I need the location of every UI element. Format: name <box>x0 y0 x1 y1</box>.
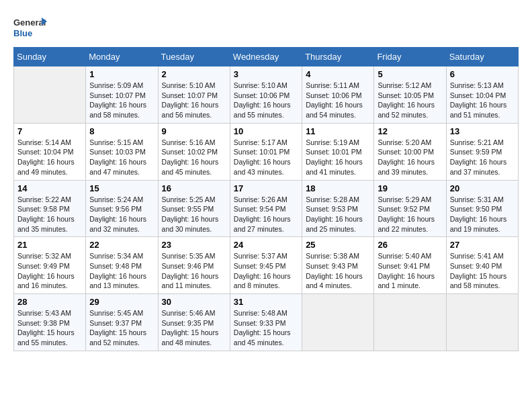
svg-text:Blue: Blue <box>13 28 32 38</box>
day-number: 6 <box>450 69 515 79</box>
day-number: 2 <box>162 69 226 79</box>
calendar-cell: 26Sunrise: 5:40 AM Sunset: 9:41 PM Dayli… <box>374 237 446 294</box>
calendar-cell: 18Sunrise: 5:28 AM Sunset: 9:53 PM Dayli… <box>302 180 374 237</box>
day-number: 11 <box>306 126 370 136</box>
day-number: 29 <box>89 297 154 307</box>
day-number: 26 <box>378 240 442 250</box>
day-info: Sunrise: 5:13 AM Sunset: 10:04 PM Daylig… <box>450 81 515 120</box>
calendar-cell: 5Sunrise: 5:12 AM Sunset: 10:05 PM Dayli… <box>374 66 446 124</box>
day-info: Sunrise: 5:22 AM Sunset: 9:58 PM Dayligh… <box>17 195 82 234</box>
calendar-cell: 25Sunrise: 5:38 AM Sunset: 9:43 PM Dayli… <box>302 237 374 294</box>
svg-text:General: General <box>13 17 46 28</box>
day-number: 30 <box>162 297 226 307</box>
day-number: 12 <box>378 126 442 136</box>
day-info: Sunrise: 5:15 AM Sunset: 10:03 PM Daylig… <box>89 138 154 177</box>
logo-svg: General Blue <box>13 13 47 40</box>
day-number: 4 <box>306 69 370 79</box>
calendar-week-row: 28Sunrise: 5:43 AM Sunset: 9:38 PM Dayli… <box>14 294 519 351</box>
day-number: 19 <box>378 183 442 193</box>
day-info: Sunrise: 5:32 AM Sunset: 9:49 PM Dayligh… <box>17 251 82 291</box>
calendar-cell: 15Sunrise: 5:24 AM Sunset: 9:56 PM Dayli… <box>86 180 158 237</box>
calendar-table: SundayMondayTuesdayWednesdayThursdayFrid… <box>13 47 519 351</box>
logo: General Blue <box>13 13 47 40</box>
page-header: General Blue <box>13 13 519 40</box>
calendar-cell <box>14 66 86 124</box>
day-info: Sunrise: 5:31 AM Sunset: 9:50 PM Dayligh… <box>450 195 515 234</box>
day-number: 24 <box>234 240 298 250</box>
day-info: Sunrise: 5:45 AM Sunset: 9:37 PM Dayligh… <box>89 308 154 348</box>
calendar-cell: 7Sunrise: 5:14 AM Sunset: 10:04 PM Dayli… <box>14 123 86 180</box>
calendar-cell: 12Sunrise: 5:20 AM Sunset: 10:00 PM Dayl… <box>374 123 446 180</box>
day-info: Sunrise: 5:09 AM Sunset: 10:07 PM Daylig… <box>89 81 154 120</box>
calendar-week-row: 7Sunrise: 5:14 AM Sunset: 10:04 PM Dayli… <box>14 123 519 180</box>
calendar-cell: 2Sunrise: 5:10 AM Sunset: 10:07 PM Dayli… <box>158 66 230 124</box>
day-number: 10 <box>234 126 298 136</box>
day-number: 25 <box>306 240 370 250</box>
calendar-cell: 6Sunrise: 5:13 AM Sunset: 10:04 PM Dayli… <box>446 66 518 124</box>
day-info: Sunrise: 5:38 AM Sunset: 9:43 PM Dayligh… <box>306 251 370 291</box>
calendar-cell: 27Sunrise: 5:41 AM Sunset: 9:40 PM Dayli… <box>446 237 518 294</box>
day-info: Sunrise: 5:29 AM Sunset: 9:52 PM Dayligh… <box>378 195 442 234</box>
day-info: Sunrise: 5:10 AM Sunset: 10:06 PM Daylig… <box>234 81 298 120</box>
calendar-week-row: 1Sunrise: 5:09 AM Sunset: 10:07 PM Dayli… <box>14 66 519 124</box>
weekday-header-cell: Monday <box>86 48 158 66</box>
day-number: 18 <box>306 183 370 193</box>
calendar-week-row: 21Sunrise: 5:32 AM Sunset: 9:49 PM Dayli… <box>14 237 519 294</box>
day-number: 22 <box>89 240 154 250</box>
day-number: 27 <box>450 240 515 250</box>
day-info: Sunrise: 5:41 AM Sunset: 9:40 PM Dayligh… <box>450 251 515 291</box>
calendar-cell: 10Sunrise: 5:17 AM Sunset: 10:01 PM Dayl… <box>230 123 302 180</box>
day-info: Sunrise: 5:46 AM Sunset: 9:35 PM Dayligh… <box>162 308 226 348</box>
calendar-cell <box>302 294 374 351</box>
calendar-cell: 11Sunrise: 5:19 AM Sunset: 10:01 PM Dayl… <box>302 123 374 180</box>
day-info: Sunrise: 5:11 AM Sunset: 10:06 PM Daylig… <box>306 81 370 120</box>
day-info: Sunrise: 5:24 AM Sunset: 9:56 PM Dayligh… <box>89 195 154 234</box>
day-number: 13 <box>450 126 515 136</box>
calendar-cell: 29Sunrise: 5:45 AM Sunset: 9:37 PM Dayli… <box>86 294 158 351</box>
calendar-cell: 19Sunrise: 5:29 AM Sunset: 9:52 PM Dayli… <box>374 180 446 237</box>
day-info: Sunrise: 5:25 AM Sunset: 9:55 PM Dayligh… <box>162 195 226 234</box>
day-number: 28 <box>17 297 82 307</box>
calendar-body: 1Sunrise: 5:09 AM Sunset: 10:07 PM Dayli… <box>14 66 519 351</box>
day-number: 16 <box>162 183 226 193</box>
day-number: 21 <box>17 240 82 250</box>
day-info: Sunrise: 5:35 AM Sunset: 9:46 PM Dayligh… <box>162 251 226 291</box>
day-number: 17 <box>234 183 298 193</box>
calendar-cell: 23Sunrise: 5:35 AM Sunset: 9:46 PM Dayli… <box>158 237 230 294</box>
day-info: Sunrise: 5:21 AM Sunset: 9:59 PM Dayligh… <box>450 138 515 177</box>
weekday-header-cell: Friday <box>374 48 446 66</box>
weekday-header-cell: Thursday <box>302 48 374 66</box>
day-info: Sunrise: 5:10 AM Sunset: 10:07 PM Daylig… <box>162 81 226 120</box>
calendar-week-row: 14Sunrise: 5:22 AM Sunset: 9:58 PM Dayli… <box>14 180 519 237</box>
day-info: Sunrise: 5:48 AM Sunset: 9:33 PM Dayligh… <box>234 308 298 348</box>
day-info: Sunrise: 5:16 AM Sunset: 10:02 PM Daylig… <box>162 138 226 177</box>
calendar-cell: 17Sunrise: 5:26 AM Sunset: 9:54 PM Dayli… <box>230 180 302 237</box>
day-number: 20 <box>450 183 515 193</box>
calendar-cell: 30Sunrise: 5:46 AM Sunset: 9:35 PM Dayli… <box>158 294 230 351</box>
day-number: 9 <box>162 126 226 136</box>
day-number: 3 <box>234 69 298 79</box>
calendar-cell: 8Sunrise: 5:15 AM Sunset: 10:03 PM Dayli… <box>86 123 158 180</box>
weekday-header-row: SundayMondayTuesdayWednesdayThursdayFrid… <box>14 48 519 66</box>
day-info: Sunrise: 5:19 AM Sunset: 10:01 PM Daylig… <box>306 138 370 177</box>
day-number: 31 <box>234 297 298 307</box>
day-info: Sunrise: 5:20 AM Sunset: 10:00 PM Daylig… <box>378 138 442 177</box>
calendar-cell: 14Sunrise: 5:22 AM Sunset: 9:58 PM Dayli… <box>14 180 86 237</box>
calendar-cell: 31Sunrise: 5:48 AM Sunset: 9:33 PM Dayli… <box>230 294 302 351</box>
day-info: Sunrise: 5:40 AM Sunset: 9:41 PM Dayligh… <box>378 251 442 291</box>
day-number: 23 <box>162 240 226 250</box>
day-info: Sunrise: 5:34 AM Sunset: 9:48 PM Dayligh… <box>89 251 154 291</box>
day-number: 14 <box>17 183 82 193</box>
weekday-header-cell: Saturday <box>446 48 518 66</box>
calendar-cell: 24Sunrise: 5:37 AM Sunset: 9:45 PM Dayli… <box>230 237 302 294</box>
day-number: 15 <box>89 183 154 193</box>
day-info: Sunrise: 5:28 AM Sunset: 9:53 PM Dayligh… <box>306 195 370 234</box>
day-info: Sunrise: 5:37 AM Sunset: 9:45 PM Dayligh… <box>234 251 298 291</box>
calendar-cell: 28Sunrise: 5:43 AM Sunset: 9:38 PM Dayli… <box>14 294 86 351</box>
day-number: 1 <box>89 69 154 79</box>
calendar-cell: 21Sunrise: 5:32 AM Sunset: 9:49 PM Dayli… <box>14 237 86 294</box>
day-number: 5 <box>378 69 442 79</box>
day-info: Sunrise: 5:12 AM Sunset: 10:05 PM Daylig… <box>378 81 442 120</box>
day-info: Sunrise: 5:43 AM Sunset: 9:38 PM Dayligh… <box>17 308 82 348</box>
weekday-header-cell: Sunday <box>14 48 86 66</box>
